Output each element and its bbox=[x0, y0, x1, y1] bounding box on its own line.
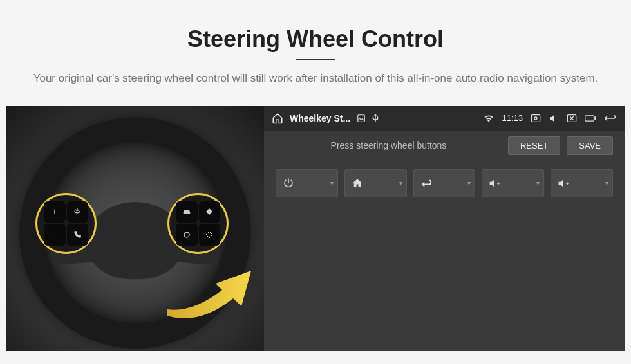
svg-point-0 bbox=[184, 232, 189, 237]
func-volume-up-1[interactable]: + ▾ bbox=[482, 169, 544, 197]
close-app-icon[interactable] bbox=[567, 114, 577, 123]
return-icon bbox=[420, 178, 433, 188]
instruction-bar: Press steering wheel buttons RESET SAVE bbox=[264, 131, 625, 161]
screenshot-icon[interactable] bbox=[531, 114, 541, 123]
home-icon[interactable] bbox=[272, 113, 283, 124]
phone-icon[interactable] bbox=[67, 224, 89, 246]
chevron-down-icon: ▾ bbox=[536, 179, 540, 187]
back-icon[interactable] bbox=[604, 114, 617, 123]
wifi-icon bbox=[484, 114, 494, 122]
app-title: Wheelkey St... bbox=[290, 113, 350, 123]
battery-icon bbox=[585, 115, 596, 122]
svg-text:+: + bbox=[566, 179, 570, 187]
instruction-text: Press steering wheel buttons bbox=[276, 140, 502, 150]
chevron-down-icon: ▾ bbox=[399, 179, 402, 187]
plus-icon[interactable]: + bbox=[44, 201, 66, 223]
svg-point-3 bbox=[534, 117, 537, 120]
head-unit-screen: Wheelkey St... 11:13 bbox=[264, 106, 625, 352]
status-bar-left: Wheelkey St... bbox=[272, 113, 379, 124]
func-back[interactable]: ▾ bbox=[413, 169, 476, 197]
status-time: 11:13 bbox=[502, 113, 523, 123]
chevron-down-icon: ▾ bbox=[467, 179, 471, 187]
image-icon bbox=[357, 114, 366, 123]
func-home[interactable]: ▾ bbox=[344, 169, 407, 197]
svg-rect-1 bbox=[358, 114, 365, 122]
svg-rect-2 bbox=[531, 114, 540, 122]
chevron-down-icon: ▾ bbox=[605, 179, 608, 187]
circle-icon[interactable] bbox=[176, 224, 198, 246]
arrow-icon bbox=[161, 261, 258, 319]
save-button[interactable]: SAVE bbox=[567, 136, 613, 155]
page-title: Steering Wheel Control bbox=[13, 26, 618, 53]
svg-text:+: + bbox=[497, 179, 501, 187]
diamond-outline-icon[interactable] bbox=[199, 224, 221, 246]
svg-rect-5 bbox=[585, 115, 594, 120]
wheel-button-cluster-right bbox=[167, 193, 229, 254]
func-volume-up-2[interactable]: + ▾ bbox=[551, 169, 613, 197]
volume-up-icon: + bbox=[558, 178, 572, 188]
function-row: ▾ ▾ ▾ + ▾ bbox=[264, 161, 625, 205]
voice-icon[interactable] bbox=[67, 201, 89, 223]
chevron-down-icon: ▾ bbox=[330, 179, 334, 187]
diamond-icon[interactable] bbox=[199, 201, 221, 223]
usb-icon bbox=[372, 114, 379, 123]
volume-up-icon: + bbox=[489, 178, 503, 188]
status-bar: Wheelkey St... 11:13 bbox=[264, 106, 625, 131]
wheel-button-cluster-left: + − bbox=[35, 193, 97, 254]
title-divider bbox=[296, 59, 335, 60]
mute-icon[interactable] bbox=[549, 114, 559, 123]
status-bar-right: 11:13 bbox=[484, 113, 617, 123]
content-row: + − bbox=[6, 106, 625, 352]
page-subtitle: Your original car's steering wheel contr… bbox=[26, 70, 605, 87]
home-icon bbox=[352, 177, 363, 189]
car-icon[interactable] bbox=[176, 201, 198, 223]
svg-rect-6 bbox=[595, 116, 596, 119]
screen-empty-area bbox=[264, 205, 625, 352]
func-power[interactable]: ▾ bbox=[276, 169, 338, 197]
power-icon bbox=[283, 177, 294, 189]
reset-button[interactable]: RESET bbox=[508, 136, 560, 155]
header-section: Steering Wheel Control Your original car… bbox=[0, 0, 631, 100]
steering-wheel-panel: + − bbox=[6, 106, 264, 352]
minus-icon[interactable]: − bbox=[44, 224, 66, 246]
